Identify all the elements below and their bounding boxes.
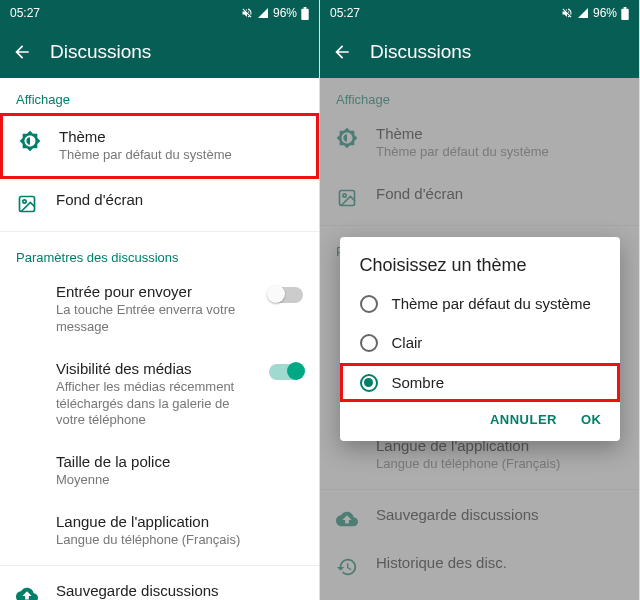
app-bar: Discussions [0,26,319,78]
ok-button[interactable]: OK [581,412,602,427]
back-button[interactable] [12,42,32,62]
dialog-overlay[interactable]: Choisissez un thème Thème par défaut du … [320,78,639,600]
status-time: 05:27 [10,6,40,20]
status-icons: 96% [241,6,309,20]
divider [0,231,319,232]
enter-sub: La touche Entrée enverra votre message [56,302,251,336]
section-display: Affichage [0,78,319,113]
status-bar: 05:27 96% [320,0,639,26]
svg-point-3 [23,200,26,203]
media-sub: Afficher les médias récemment téléchargé… [56,379,251,430]
back-button[interactable] [332,42,352,62]
screen-theme-dialog: 05:27 96% Discussions Affichage Thème Th… [320,0,640,600]
signal-icon [257,7,269,19]
dialog-title: Choisissez un thème [340,255,620,284]
battery-pct: 96% [273,6,297,20]
theme-sub: Thème par défaut du système [59,147,300,164]
option-label: Sombre [392,373,445,393]
option-label: Thème par défaut du système [392,294,591,314]
app-bar: Discussions [320,26,639,78]
row-media-visibility[interactable]: Visibilité des médias Afficher les média… [0,348,319,442]
wallpaper-icon [16,193,38,215]
radio-selected-icon [360,374,378,392]
theme-dialog: Choisissez un thème Thème par défaut du … [340,237,620,442]
enter-switch[interactable] [269,287,303,303]
svg-rect-4 [621,8,628,19]
enter-title: Entrée pour envoyer [56,283,251,300]
radio-unselected-icon [360,295,378,313]
row-app-language[interactable]: Langue de l'application Langue du téléph… [0,501,319,561]
row-backup[interactable]: Sauvegarde discussions [0,570,319,600]
screen-settings-chats: 05:27 96% Discussions Affichage Thè [0,0,320,600]
cloud-upload-icon [16,584,38,600]
dialog-actions: ANNULER OK [340,402,620,433]
theme-title: Thème [59,128,300,145]
font-title: Taille de la police [56,453,303,470]
status-bar: 05:27 96% [0,0,319,26]
page-title: Discussions [50,41,151,63]
signal-icon [577,7,589,19]
battery-icon [621,7,629,20]
lang-title: Langue de l'application [56,513,303,530]
theme-option-dark[interactable]: Sombre [340,363,620,403]
row-enter-send[interactable]: Entrée pour envoyer La touche Entrée env… [0,271,319,348]
row-font-size[interactable]: Taille de la police Moyenne [0,441,319,501]
option-label: Clair [392,333,423,353]
theme-option-light[interactable]: Clair [340,323,620,363]
theme-icon [19,130,41,152]
svg-rect-5 [624,7,627,9]
wallpaper-title: Fond d'écran [56,191,303,208]
page-title: Discussions [370,41,471,63]
backup-title: Sauvegarde discussions [56,582,303,599]
font-sub: Moyenne [56,472,303,489]
row-wallpaper[interactable]: Fond d'écran [0,179,319,227]
media-switch[interactable] [269,364,303,380]
svg-rect-1 [304,7,307,9]
status-time: 05:27 [330,6,360,20]
arrow-left-icon [12,42,32,62]
section-chat-settings: Paramètres des discussions [0,236,319,271]
mute-icon [241,7,253,19]
radio-unselected-icon [360,334,378,352]
arrow-left-icon [332,42,352,62]
cancel-button[interactable]: ANNULER [490,412,557,427]
battery-pct: 96% [593,6,617,20]
lang-sub: Langue du téléphone (Français) [56,532,303,549]
mute-icon [561,7,573,19]
row-theme[interactable]: Thème Thème par défaut du système [0,113,319,179]
divider [0,565,319,566]
theme-option-system[interactable]: Thème par défaut du système [340,284,620,324]
settings-content: Affichage Thème Thème par défaut du syst… [0,78,319,600]
battery-icon [301,7,309,20]
media-title: Visibilité des médias [56,360,251,377]
status-icons: 96% [561,6,629,20]
svg-rect-0 [301,8,308,19]
